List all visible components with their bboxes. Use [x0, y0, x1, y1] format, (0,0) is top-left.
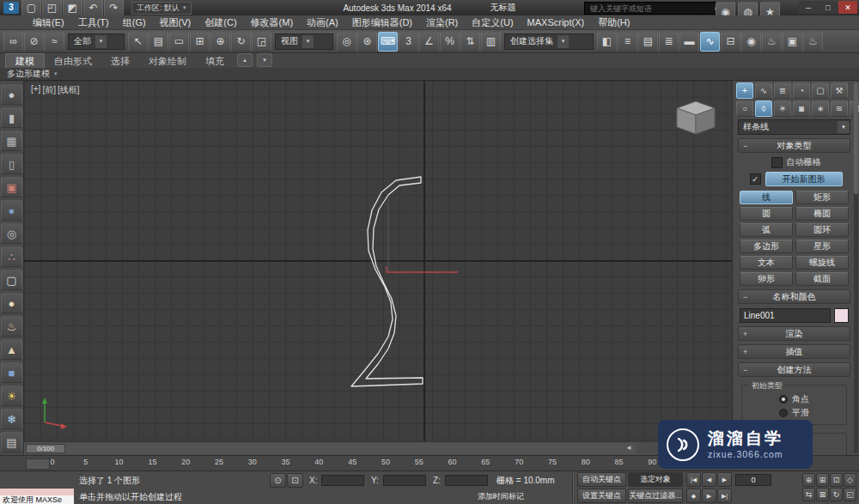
ribbon-tab-populate[interactable]: 填充: [196, 54, 234, 68]
ribbon-tab-modeling[interactable]: 建模: [5, 53, 45, 68]
menu-item[interactable]: 自定义(U): [465, 15, 520, 29]
cream-sphere-icon[interactable]: ●: [1, 293, 22, 313]
layer-explorer-icon[interactable]: ≣: [659, 32, 679, 52]
shape-button-rectangle[interactable]: 矩形: [795, 191, 849, 204]
start-new-shape-checkbox[interactable]: ✓: [750, 173, 761, 185]
zoom-extents-icon[interactable]: ⊡: [830, 473, 843, 487]
shape-type-dropdown[interactable]: 样条线 ▾: [738, 119, 850, 135]
snap-toggle-3d-icon[interactable]: 3: [399, 32, 418, 52]
object-color-swatch[interactable]: [834, 308, 849, 323]
maximize-button[interactable]: □: [819, 1, 838, 14]
cat-spacewarps-icon[interactable]: ≋: [831, 100, 848, 117]
rollout-object-type[interactable]: − 对象类型: [738, 138, 850, 153]
shape-button-arc[interactable]: 弧: [740, 223, 793, 237]
render-setup-icon[interactable]: ♨: [762, 32, 782, 52]
maximize-viewport-toggle-icon[interactable]: ◱: [844, 488, 856, 501]
listener-line[interactable]: 欢迎使用 MAXSe: [0, 495, 74, 504]
tab-display-icon[interactable]: ▢: [812, 82, 829, 99]
pan-icon[interactable]: ⇆: [802, 488, 815, 501]
front-viewport[interactable]: [+] [前] [线框]: [24, 81, 732, 455]
curve-editor-icon[interactable]: ∿: [700, 32, 720, 52]
shape-button-line[interactable]: 线: [740, 191, 793, 204]
orbit-icon[interactable]: ↻: [830, 488, 843, 501]
close-button[interactable]: ✕: [838, 1, 857, 14]
box-primitive-icon[interactable]: ▮: [1, 107, 22, 128]
scene-explorer-icon[interactable]: ▤: [638, 32, 658, 52]
unlink-selection-icon[interactable]: ⊘: [24, 32, 44, 52]
menu-item[interactable]: 图形编辑器(D): [345, 15, 419, 29]
ribbon-options-icon[interactable]: ▾: [257, 53, 272, 67]
ribbon-toggle-icon[interactable]: ▬: [679, 32, 699, 52]
plane-primitive-icon[interactable]: ▢: [1, 270, 22, 290]
rendered-frame-icon[interactable]: ▣: [783, 32, 802, 52]
window-crossing-toggle-icon[interactable]: ⊞: [190, 32, 210, 52]
use-pivot-center-icon[interactable]: ◎: [337, 32, 356, 52]
keyboard-override-icon[interactable]: ⌨: [378, 32, 398, 52]
shape-button-egg[interactable]: 卵形: [740, 272, 793, 286]
fov-icon[interactable]: ◇: [844, 473, 856, 487]
rollout-creation-method[interactable]: − 创建方法: [738, 362, 850, 377]
time-slider[interactable]: 0/100 ◄: [24, 441, 732, 455]
viewport-menu-general[interactable]: [+]: [31, 84, 40, 96]
ribbon-panel-strip[interactable]: 多边形建模 ▾: [0, 68, 859, 81]
rollout-name-color[interactable]: − 名称和颜色: [738, 289, 850, 304]
named-selection-dropdown[interactable]: 创建选择集 ▾: [504, 33, 594, 50]
scrollbar-thumb[interactable]: [854, 82, 858, 194]
select-and-link-icon[interactable]: ∞: [3, 32, 23, 52]
menu-item[interactable]: 动画(A): [300, 15, 345, 29]
render-production-icon[interactable]: ♨: [803, 32, 823, 52]
tab-create-icon[interactable]: +: [736, 82, 753, 99]
mirror-icon[interactable]: ◧: [597, 32, 617, 52]
shape-button-ngon[interactable]: 多边形: [740, 240, 793, 253]
tab-utilities-icon[interactable]: ⚒: [831, 82, 848, 99]
key-filters-button[interactable]: 关键点过滤器...: [628, 489, 683, 503]
cat-shapes-icon[interactable]: ◊: [755, 100, 772, 117]
torus-primitive-icon[interactable]: ◎: [1, 223, 22, 244]
macro-recorder-strip[interactable]: [0, 489, 74, 495]
selection-region-icon[interactable]: ▭: [169, 32, 189, 52]
autogrid-checkbox[interactable]: [771, 157, 783, 168]
auto-key-button[interactable]: 自动关键点: [577, 472, 626, 487]
lock-selection-icon[interactable]: ⊡: [287, 473, 303, 488]
start-new-shape-button[interactable]: 开始新图形: [765, 172, 843, 186]
sun-light-icon[interactable]: ☀: [1, 386, 22, 406]
viewport-menu-pov[interactable]: [前]: [42, 84, 56, 96]
menu-item[interactable]: MAXScript(X): [521, 15, 592, 29]
time-slider-track[interactable]: [24, 443, 636, 454]
prev-frame-button[interactable]: ◀: [702, 472, 716, 487]
select-and-rotate-icon[interactable]: ↻: [231, 32, 251, 52]
select-by-name-icon[interactable]: ▤: [149, 32, 168, 52]
spline-shape[interactable]: [351, 177, 423, 386]
select-and-scale-icon[interactable]: ◲: [252, 32, 271, 52]
angle-snap-icon[interactable]: ∠: [419, 32, 439, 52]
shape-button-donut[interactable]: 圆环: [795, 223, 849, 237]
maxscript-mini-listener[interactable]: 欢迎使用 MAXSe: [0, 489, 74, 504]
menu-item[interactable]: 创建(C): [198, 15, 243, 29]
selection-filter-dropdown[interactable]: 全部 ▾: [68, 33, 125, 50]
next-frame-button[interactable]: ▶: [702, 489, 716, 503]
ribbon-minimize-icon[interactable]: ▴: [237, 53, 253, 67]
red-shape-icon[interactable]: ▣: [1, 177, 22, 197]
spinner-snap-icon[interactable]: ⇅: [460, 32, 480, 52]
select-and-move-icon[interactable]: ⊕: [210, 32, 230, 52]
gradient-map-icon[interactable]: ■: [1, 362, 22, 383]
menu-item[interactable]: 工具(T): [71, 15, 116, 29]
cat-lights-icon[interactable]: ☀: [774, 100, 791, 117]
key-filter-dropdown[interactable]: 选定对象: [628, 472, 683, 487]
goto-end-button[interactable]: ▶|: [717, 489, 732, 503]
select-object-icon[interactable]: ↖: [128, 32, 148, 52]
x-coordinate-field[interactable]: [321, 475, 364, 486]
current-frame-field[interactable]: 0: [735, 474, 771, 486]
shape-button-ellipse[interactable]: 椭圆: [795, 207, 849, 221]
menu-item[interactable]: 组(G): [116, 15, 153, 29]
time-slider-left-arrow[interactable]: ◄: [625, 444, 632, 452]
select-and-manipulate-icon[interactable]: ⊛: [357, 32, 377, 52]
shape-button-text[interactable]: 文本: [740, 256, 793, 270]
add-time-tag[interactable]: 添加时间标记: [478, 491, 524, 502]
menu-item[interactable]: 视图(V): [153, 15, 198, 29]
time-slider-handle[interactable]: 0/100: [26, 444, 65, 453]
cat-helpers-icon[interactable]: ∗: [812, 100, 829, 117]
blue-sphere-icon[interactable]: ●: [1, 200, 22, 221]
sphere-primitive-icon[interactable]: ●: [1, 84, 22, 105]
menu-item[interactable]: 修改器(M): [244, 15, 301, 29]
